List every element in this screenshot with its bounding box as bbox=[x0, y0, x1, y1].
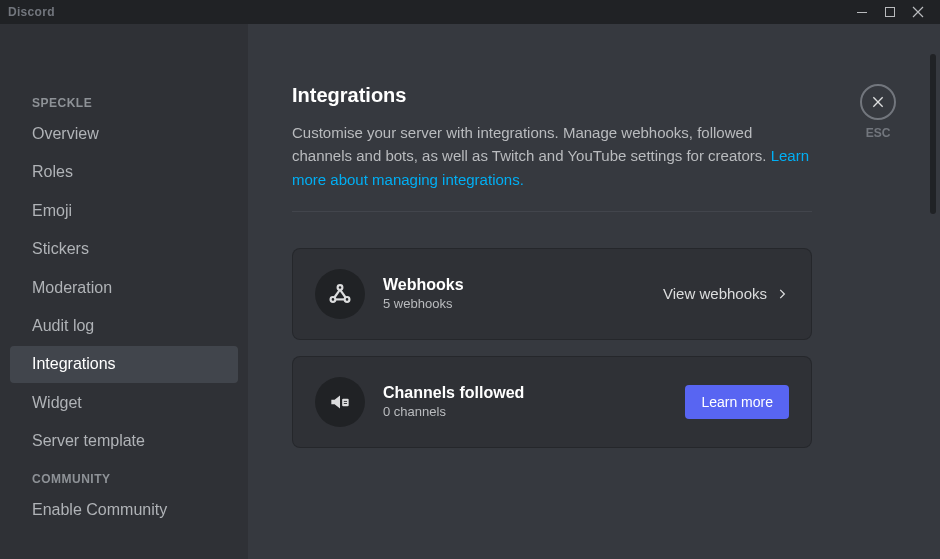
app-logo: Discord bbox=[8, 5, 55, 19]
svg-rect-7 bbox=[344, 403, 347, 404]
svg-rect-6 bbox=[344, 401, 347, 402]
page-description: Customise your server with integrations.… bbox=[292, 121, 812, 191]
sidebar-item-enable-community[interactable]: Enable Community bbox=[10, 492, 238, 528]
channels-followed-title: Channels followed bbox=[383, 384, 667, 402]
svg-point-3 bbox=[331, 297, 336, 302]
webhooks-card[interactable]: Webhooks 5 webhooks View webhooks bbox=[292, 248, 812, 340]
close-settings: ESC bbox=[860, 84, 896, 140]
sidebar-item-moderation[interactable]: Moderation bbox=[10, 270, 238, 306]
sidebar-item-roles[interactable]: Roles bbox=[10, 154, 238, 190]
maximize-button[interactable] bbox=[876, 0, 904, 24]
sidebar-item-stickers[interactable]: Stickers bbox=[10, 231, 238, 267]
page-title: Integrations bbox=[292, 84, 896, 107]
sidebar-heading-server: SPECKLE bbox=[10, 90, 238, 116]
webhooks-icon bbox=[315, 269, 365, 319]
webhooks-card-body: Webhooks 5 webhooks bbox=[383, 276, 645, 311]
channels-followed-card-body: Channels followed 0 channels bbox=[383, 384, 667, 419]
sidebar-item-widget[interactable]: Widget bbox=[10, 385, 238, 421]
maximize-icon bbox=[884, 6, 896, 18]
view-webhooks-link[interactable]: View webhooks bbox=[663, 285, 789, 302]
webhooks-title: Webhooks bbox=[383, 276, 645, 294]
svg-rect-5 bbox=[342, 399, 349, 407]
settings-sidebar: SPECKLE Overview Roles Emoji Stickers Mo… bbox=[0, 24, 248, 559]
learn-more-button[interactable]: Learn more bbox=[685, 385, 789, 419]
sidebar-item-emoji[interactable]: Emoji bbox=[10, 193, 238, 229]
chevron-right-icon bbox=[775, 287, 789, 301]
close-settings-button[interactable] bbox=[860, 84, 896, 120]
svg-point-4 bbox=[345, 297, 350, 302]
sidebar-item-server-template[interactable]: Server template bbox=[10, 423, 238, 459]
window-controls bbox=[848, 0, 932, 24]
page-description-text: Customise your server with integrations.… bbox=[292, 124, 771, 164]
svg-rect-1 bbox=[886, 8, 895, 17]
minimize-icon bbox=[856, 6, 868, 18]
close-icon bbox=[912, 6, 924, 18]
channels-followed-subtitle: 0 channels bbox=[383, 404, 667, 419]
close-icon bbox=[870, 94, 886, 110]
scrollbar-thumb[interactable] bbox=[930, 54, 936, 214]
sidebar-item-audit-log[interactable]: Audit log bbox=[10, 308, 238, 344]
channels-followed-icon bbox=[315, 377, 365, 427]
svg-rect-0 bbox=[857, 12, 867, 13]
sidebar-heading-community: COMMUNITY bbox=[10, 466, 238, 492]
webhooks-subtitle: 5 webhooks bbox=[383, 296, 645, 311]
sidebar-item-overview[interactable]: Overview bbox=[10, 116, 238, 152]
channels-followed-card[interactable]: Channels followed 0 channels Learn more bbox=[292, 356, 812, 448]
minimize-button[interactable] bbox=[848, 0, 876, 24]
view-webhooks-label: View webhooks bbox=[663, 285, 767, 302]
divider bbox=[292, 211, 812, 212]
close-window-button[interactable] bbox=[904, 0, 932, 24]
svg-point-2 bbox=[338, 285, 343, 290]
content-region: ESC Integrations Customise your server w… bbox=[248, 24, 940, 559]
esc-label: ESC bbox=[866, 126, 891, 140]
window-titlebar: Discord bbox=[0, 0, 940, 24]
sidebar-item-integrations[interactable]: Integrations bbox=[10, 346, 238, 382]
